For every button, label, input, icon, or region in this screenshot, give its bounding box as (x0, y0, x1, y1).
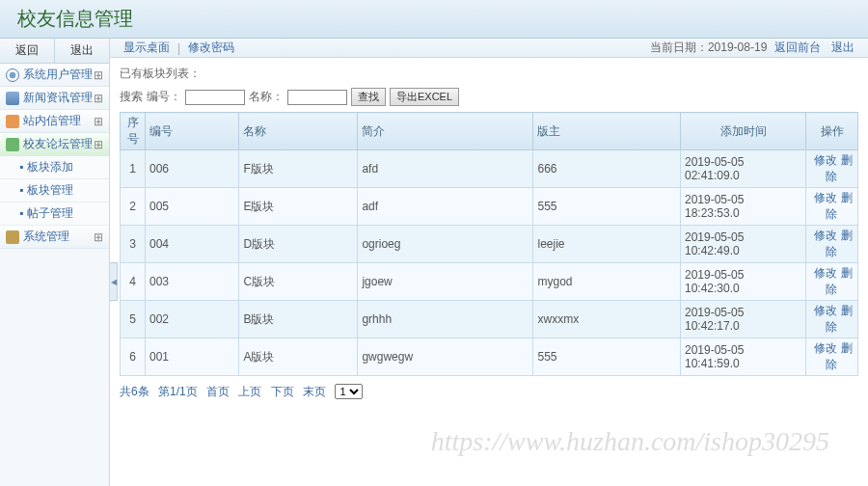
data-table: 序号编号名称简介版主添加时间操作 1006F版块afd6662019-05-05… (120, 112, 858, 376)
edit-link[interactable]: 修改 (814, 341, 837, 355)
pager-next[interactable]: 下页 (271, 385, 294, 398)
back-frontend-link[interactable]: 返回前台 (774, 40, 821, 54)
export-excel-button[interactable]: 导出EXCEL (390, 88, 459, 106)
sub-item-1[interactable]: ▪ 板块管理 (0, 179, 109, 202)
app-title: 校友信息管理 (17, 6, 133, 32)
back-button[interactable]: 返回 (0, 39, 55, 63)
field-name-label: 名称： (249, 89, 284, 105)
pager-total: 共6条 (120, 385, 149, 398)
cell-owner: 555 (533, 338, 681, 376)
search-bar: 搜索 编号： 名称： 查找 导出EXCEL (120, 88, 858, 106)
pager-first[interactable]: 首页 (206, 385, 230, 398)
breadcrumb: 显示桌面 | 修改密码 当前日期：2019-08-19 返回前台 退出 (110, 39, 868, 58)
edit-link[interactable]: 修改 (814, 266, 837, 280)
cell-no: 006 (146, 150, 239, 188)
edit-link[interactable]: 修改 (814, 229, 837, 242)
expand-icon: ⊞ (94, 138, 103, 151)
search-name-input[interactable] (287, 90, 347, 105)
nav-label: 系统用户管理 (23, 67, 93, 83)
main-area: ◀ 显示桌面 | 修改密码 当前日期：2019-08-19 返回前台 退出 已有… (110, 39, 868, 486)
exit-button[interactable]: 退出 (55, 39, 109, 63)
table-row: 5002B版块grhhhxwxxmx2019-05-05 10:42:17.0修… (121, 301, 858, 338)
cell-name: A版块 (239, 338, 358, 376)
pager-page: 第1/1页 (158, 385, 198, 398)
icon-news-icon (6, 92, 19, 105)
cell-name: C版块 (239, 263, 358, 301)
icon-forum-icon (6, 138, 19, 151)
expand-icon: ⊞ (94, 115, 103, 128)
col-header: 版主 (533, 113, 681, 150)
cell-no: 002 (146, 301, 239, 338)
nav-label: 校友论坛管理 (23, 136, 93, 152)
list-title: 已有板块列表： (120, 66, 858, 82)
cell-desc: jgoew (358, 263, 533, 301)
icon-sys-icon (6, 68, 19, 82)
cell-actions: 修改删除 (806, 188, 858, 226)
cell-actions: 修改删除 (806, 301, 858, 338)
search-button[interactable]: 查找 (351, 88, 386, 106)
icon-site-icon (6, 115, 19, 128)
cell-time: 2019-05-05 02:41:09.0 (681, 150, 806, 188)
nav-item-4[interactable]: 系统管理⊞ (0, 226, 109, 249)
cell-name: B版块 (239, 301, 358, 338)
field-no-label: 编号： (147, 89, 181, 105)
cell-owner: 555 (533, 188, 681, 226)
date-label: 当前日期： (650, 40, 708, 54)
cell-desc: ogrioeg (358, 226, 533, 263)
cell-name: F版块 (239, 150, 358, 188)
cell-time: 2019-05-05 18:23:53.0 (681, 188, 806, 226)
cell-idx: 3 (121, 226, 146, 263)
cell-name: D版块 (239, 226, 358, 263)
cell-no: 004 (146, 226, 239, 263)
current-date: 2019-08-19 (708, 40, 767, 54)
cell-owner: 666 (533, 150, 681, 188)
search-no-input[interactable] (185, 90, 245, 105)
breadcrumb-sep: | (177, 41, 180, 55)
cell-no: 005 (146, 188, 239, 226)
sub-item-0[interactable]: ▪ 板块添加 (0, 156, 109, 179)
cell-owner: xwxxmx (533, 301, 681, 338)
cell-actions: 修改删除 (806, 263, 858, 301)
cell-idx: 4 (121, 263, 146, 301)
pager-last[interactable]: 末页 (303, 385, 326, 398)
cell-desc: gwgwegw (358, 338, 533, 376)
nav-item-2[interactable]: 站内信管理⊞ (0, 110, 109, 133)
icon-cfg-icon (6, 230, 19, 244)
cell-desc: grhhh (358, 301, 533, 338)
edit-link[interactable]: 修改 (814, 153, 837, 167)
table-row: 3004D版块ogrioegleejie2019-05-05 10:42:49.… (121, 226, 858, 263)
pager-select[interactable]: 1 (335, 384, 363, 399)
expand-icon: ⊞ (94, 230, 103, 244)
sub-item-2[interactable]: ▪ 帖子管理 (0, 202, 109, 226)
cell-idx: 1 (121, 150, 146, 188)
logout-link[interactable]: 退出 (831, 40, 854, 54)
cell-actions: 修改删除 (806, 150, 858, 188)
cell-time: 2019-05-05 10:42:30.0 (681, 263, 806, 301)
nav-item-1[interactable]: 新闻资讯管理⊞ (0, 87, 109, 110)
sidebar-collapse-handle[interactable]: ◀ (110, 262, 118, 301)
breadcrumb-pwd[interactable]: 修改密码 (188, 40, 234, 56)
cell-name: E版块 (239, 188, 358, 226)
col-header: 序号 (121, 113, 146, 150)
edit-link[interactable]: 修改 (814, 304, 837, 317)
cell-desc: afd (358, 150, 533, 188)
nav-item-3[interactable]: 校友论坛管理⊞ (0, 133, 109, 156)
cell-idx: 5 (121, 301, 146, 338)
cell-owner: mygod (533, 263, 681, 301)
pager-prev[interactable]: 上页 (238, 385, 261, 398)
cell-owner: leejie (533, 226, 681, 263)
expand-icon: ⊞ (94, 68, 103, 82)
cell-idx: 2 (121, 188, 146, 226)
nav-item-0[interactable]: 系统用户管理⊞ (0, 64, 109, 87)
breadcrumb-home[interactable]: 显示桌面 (123, 40, 170, 56)
sidebar: 返回 退出 系统用户管理⊞新闻资讯管理⊞站内信管理⊞校友论坛管理⊞▪ 板块添加▪… (0, 39, 110, 486)
table-row: 1006F版块afd6662019-05-05 02:41:09.0修改删除 (121, 150, 858, 188)
cell-no: 001 (146, 338, 239, 376)
app-header: 校友信息管理 (0, 0, 868, 39)
cell-time: 2019-05-05 10:42:17.0 (681, 301, 806, 338)
cell-desc: adf (358, 188, 533, 226)
cell-time: 2019-05-05 10:42:49.0 (681, 226, 806, 263)
cell-time: 2019-05-05 10:41:59.0 (681, 338, 806, 376)
edit-link[interactable]: 修改 (814, 191, 837, 204)
cell-no: 003 (146, 263, 239, 301)
